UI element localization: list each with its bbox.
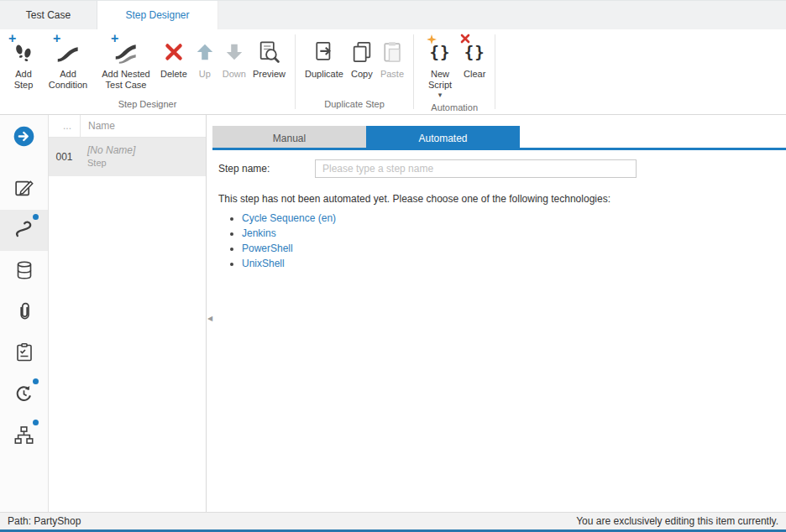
step-row-number: 001 — [49, 138, 80, 176]
duplicate-button[interactable]: Duplicate — [301, 35, 347, 81]
technology-link-jenkins[interactable]: Jenkins — [242, 227, 276, 239]
add-condition-label: Add Condition — [45, 69, 92, 91]
plus-badge-icon: + — [111, 33, 118, 44]
sidebar-item-steps[interactable] — [0, 210, 48, 251]
copy-label: Copy — [351, 69, 373, 80]
tab-test-case[interactable]: Test Case — [0, 1, 97, 29]
dropdown-arrow-icon[interactable]: ▾ — [438, 91, 443, 99]
tab-test-case-label: Test Case — [26, 9, 71, 21]
checklist-icon — [14, 342, 34, 365]
list-item: Cycle Sequence (en) — [242, 212, 786, 224]
steps-panel: ... Name 001 [No Name] Step — [49, 115, 207, 512]
copy-icon — [350, 37, 374, 67]
down-arrow-icon — [223, 37, 245, 67]
step-row-name: [No Name] — [87, 144, 206, 156]
navigate-forward-icon — [13, 125, 35, 150]
step-row[interactable]: 001 [No Name] Step — [49, 138, 206, 176]
add-nested-test-case-icon: + — [114, 37, 138, 67]
sidebar-item-attachments[interactable] — [0, 292, 48, 333]
new-script-button[interactable]: {} New Script ▾ — [420, 35, 460, 101]
clear-script-icon: {} — [464, 37, 485, 67]
tab-automated[interactable]: Automated — [366, 126, 520, 150]
sparkle-icon — [427, 34, 437, 44]
step-name-input[interactable] — [315, 159, 637, 178]
technology-link-powershell[interactable]: PowerShell — [242, 243, 293, 254]
add-nested-test-case-button[interactable]: + Add Nested Test Case — [95, 35, 157, 92]
steps-header: ... Name — [49, 115, 206, 138]
up-arrow-icon — [194, 37, 216, 67]
sidebar-item-dependencies[interactable] — [0, 415, 48, 456]
tab-manual[interactable]: Manual — [212, 126, 366, 150]
delete-icon — [163, 37, 185, 67]
sidebar-item-data[interactable] — [0, 251, 48, 292]
copy-button[interactable]: Copy — [347, 35, 377, 81]
paste-button[interactable]: Paste — [377, 35, 407, 81]
step-row-type: Step — [87, 158, 206, 168]
down-label: Down — [223, 69, 246, 80]
ribbon: + Add Step + Add Condition — [0, 29, 786, 115]
add-condition-button[interactable]: + Add Condition — [41, 35, 95, 92]
clear-script-button[interactable]: {} Clear — [460, 35, 489, 81]
left-icon-sidebar — [0, 115, 49, 512]
add-nested-test-case-label: Add Nested Test Case — [98, 69, 154, 91]
content-tab-bar: Manual Automated — [212, 126, 786, 150]
ribbon-group-buttons: + Add Step + Add Condition — [0, 29, 295, 97]
data-icon — [14, 260, 34, 283]
sidebar-item-navigate[interactable] — [0, 117, 48, 158]
new-script-icon: {} — [430, 37, 451, 67]
tab-step-designer[interactable]: Step Designer — [97, 1, 218, 29]
steps-icon — [13, 218, 35, 243]
duplicate-icon — [312, 37, 336, 67]
list-item: UnixShell — [242, 258, 786, 269]
add-step-button[interactable]: + Add Step — [6, 35, 41, 92]
delete-label: Delete — [160, 69, 187, 80]
ribbon-group-step-designer: + Add Step + Add Condition — [0, 29, 295, 114]
duplicate-label: Duplicate — [305, 69, 343, 80]
notification-badge — [33, 420, 39, 425]
sidebar-item-edit-details[interactable] — [0, 169, 48, 210]
sidebar-item-checklist[interactable] — [0, 333, 48, 374]
preview-button[interactable]: Preview — [249, 35, 289, 81]
ribbon-group-buttons: Duplicate Copy — [296, 29, 413, 97]
window-tab-bar: Test Case Step Designer — [0, 0, 786, 29]
content-area: Manual Automated Step name: This step ha… — [207, 115, 786, 512]
steps-column-name: Name — [80, 115, 206, 137]
add-condition-icon: + — [56, 37, 80, 67]
plus-badge-icon: + — [53, 33, 60, 44]
ribbon-group-buttons: {} New Script ▾ {} Clear — [414, 29, 495, 101]
automation-info-text: This step has not been automated yet. Pl… — [218, 193, 786, 205]
dependencies-icon — [13, 425, 34, 448]
up-label: Up — [199, 69, 211, 80]
status-path: Path: PartyShop — [8, 515, 81, 527]
add-step-icon: + — [12, 37, 35, 67]
history-icon — [13, 383, 34, 407]
red-x-icon — [460, 34, 470, 44]
clear-script-label: Clear — [464, 69, 485, 80]
list-item: Jenkins — [242, 227, 786, 239]
ribbon-group-label: Duplicate Step — [296, 97, 413, 114]
delete-button[interactable]: Delete — [157, 35, 191, 81]
add-step-label: Add Step — [9, 69, 38, 91]
steps-column-number: ... — [49, 115, 80, 137]
notification-badge — [33, 214, 39, 220]
ribbon-group-automation: {} New Script ▾ {} Clear — [414, 29, 495, 114]
preview-icon — [257, 37, 280, 67]
tab-step-designer-label: Step Designer — [125, 9, 189, 21]
collapse-panel-arrow[interactable]: ◀ — [207, 315, 212, 322]
step-name-row: Step name: — [218, 159, 786, 179]
notification-badge — [33, 378, 39, 384]
sidebar-item-history[interactable] — [0, 374, 48, 415]
down-button[interactable]: Down — [219, 35, 249, 81]
step-designer-window: Test Case Step Designer + — [0, 0, 786, 532]
paste-label: Paste — [380, 69, 404, 80]
ribbon-separator — [495, 34, 495, 109]
up-button[interactable]: Up — [191, 35, 219, 81]
status-bar: Path: PartyShop You are exclusively edit… — [0, 512, 786, 532]
plus-badge-icon: + — [8, 33, 16, 44]
preview-label: Preview — [253, 69, 286, 80]
edit-details-icon — [13, 178, 34, 201]
new-script-label: New Script — [423, 69, 457, 91]
braces-icon: {} — [464, 40, 485, 64]
technology-link-cycle-sequence[interactable]: Cycle Sequence (en) — [242, 212, 336, 224]
technology-link-unixshell[interactable]: UnixShell — [242, 258, 285, 269]
